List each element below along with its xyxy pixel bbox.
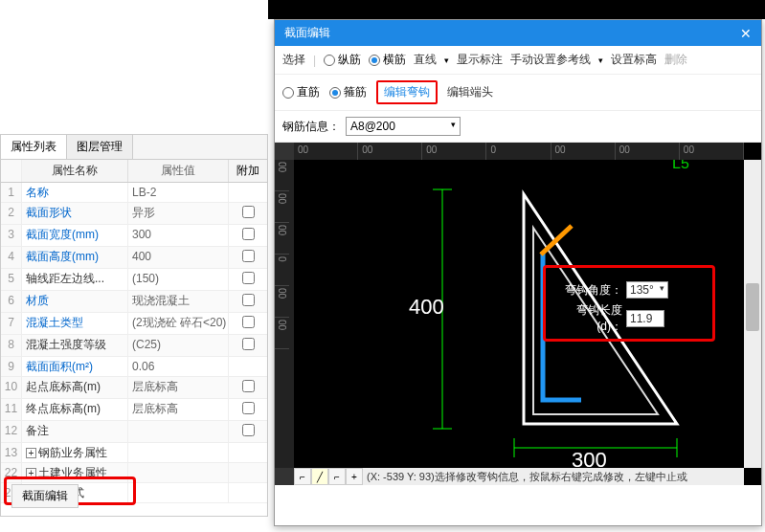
property-row[interactable]: 8 混凝土强度等级 (C25) [1, 335, 267, 357]
property-group[interactable]: 13 +钢筋业务属性 [1, 443, 267, 463]
extra-checkbox[interactable] [242, 206, 255, 218]
line-tool[interactable]: 直线 [414, 52, 437, 68]
property-row[interactable]: 3 截面宽度(mm) 300 [1, 225, 267, 247]
radio-zhijin[interactable]: 直筋 [282, 84, 320, 100]
extra-checkbox[interactable] [242, 380, 255, 392]
header-value: 属性值 [128, 160, 229, 182]
dim-400: 400 [409, 295, 444, 319]
property-row[interactable]: 10 起点底标高(m) 层底标高 [1, 377, 267, 399]
ruler-vertical: 00000000000 [275, 160, 294, 468]
view-btn-4[interactable]: + [346, 468, 363, 485]
property-row[interactable]: 1 名称 LB-2 [1, 183, 267, 203]
rebar-info-combo[interactable]: A8@200▾ [346, 117, 461, 136]
extra-checkbox[interactable] [242, 424, 255, 436]
radio-gujin[interactable]: 箍筋 [329, 84, 367, 100]
extra-checkbox[interactable] [242, 272, 255, 284]
extra-checkbox[interactable] [242, 228, 255, 240]
extra-checkbox[interactable] [242, 294, 255, 306]
close-icon[interactable]: ✕ [740, 26, 752, 41]
svg-line-6 [541, 226, 572, 255]
view-btn-1[interactable]: ⌐ [294, 468, 311, 485]
drawing-canvas-area: 0000000000000 00000000000 400 300 [275, 143, 761, 485]
property-row[interactable]: 9 截面面积(m²) 0.06 [1, 357, 267, 377]
extra-checkbox[interactable] [242, 402, 255, 414]
hook-length-label: 弯钩长度(d)： [555, 302, 622, 335]
property-panel: 属性列表 图层管理 属性名称 属性值 附加 1 名称 LB-2 2 截面形状 异… [0, 134, 268, 517]
view-btn-3[interactable]: ⌐ [328, 468, 346, 485]
header-name: 属性名称 [22, 160, 128, 182]
header-extra: 附加 [229, 160, 267, 182]
status-text: (X: -539 Y: 93)选择修改弯钩信息，按鼠标右键完成修改，左键中止或 [363, 470, 744, 484]
tab-properties[interactable]: 属性列表 [1, 135, 67, 159]
delete-tool[interactable]: 删除 [664, 52, 687, 68]
tab-layers[interactable]: 图层管理 [67, 135, 133, 159]
edit-end-button[interactable]: 编辑端头 [447, 84, 493, 100]
manual-reference[interactable]: 手动设置参考线 [510, 52, 591, 68]
radio-hengjin[interactable]: 横筋 [369, 52, 406, 68]
select-tool[interactable]: 选择 [282, 52, 305, 68]
property-row[interactable]: 4 截面高度(mm) 400 [1, 247, 267, 269]
property-row[interactable]: 11 终点底标高(m) 层底标高 [1, 399, 267, 421]
svg-text:L5: L5 [672, 160, 689, 171]
radio-zongjin[interactable]: 纵筋 [324, 52, 361, 68]
edit-hook-button[interactable]: 编辑弯钩 [376, 80, 438, 104]
property-row[interactable]: 5 轴线距左边线... (150) [1, 269, 267, 291]
dim-300: 300 [572, 448, 607, 468]
bottom-status-bar: ⌐ ╱ ⌐ + (X: -539 Y: 93)选择修改弯钩信息，按鼠标右键完成修… [294, 468, 744, 485]
extra-checkbox[interactable] [242, 338, 255, 350]
hook-angle-combo[interactable]: 135°▾ [626, 281, 668, 299]
hook-angle-label: 弯钩角度： [555, 282, 622, 299]
property-row[interactable]: 6 材质 现浇混凝土 [1, 291, 267, 313]
extra-checkbox[interactable] [242, 316, 255, 328]
rebar-info-label: 钢筋信息： [282, 119, 340, 135]
hook-length-input[interactable]: 11.9 [626, 310, 664, 327]
ruler-horizontal: 0000000000000 [294, 143, 744, 160]
editor-title: 截面编辑 [284, 25, 330, 41]
section-editor-window: 截面编辑 ✕ 选择 | 纵筋 横筋 直线 ▾ 显示标注 手动设置参考线 ▾ 设置… [274, 19, 762, 526]
extra-checkbox[interactable] [242, 250, 255, 262]
drawing-canvas[interactable]: 400 300 L5 弯钩角度： [294, 160, 744, 468]
property-row[interactable]: 12 备注 [1, 421, 267, 443]
show-dimensions[interactable]: 显示标注 [457, 52, 503, 68]
property-row[interactable]: 2 截面形状 异形 [1, 203, 267, 225]
view-btn-2[interactable]: ╱ [311, 468, 328, 485]
hook-params-popup: 弯钩角度： 135°▾ 弯钩长度(d)： 11.9 [543, 265, 715, 342]
set-elevation[interactable]: 设置标高 [611, 52, 657, 68]
expand-icon[interactable]: + [26, 448, 36, 458]
bottom-tab-section-edit[interactable]: 截面编辑 [11, 484, 79, 508]
property-row[interactable]: 7 混凝土类型 (2现浇砼 碎石<20) [1, 313, 267, 335]
vertical-scrollbar[interactable] [744, 160, 761, 468]
